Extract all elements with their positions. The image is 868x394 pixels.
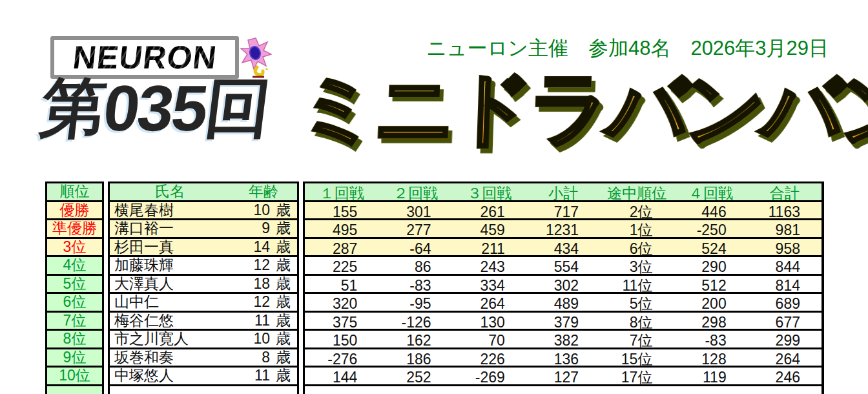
- rank-cell: 4位: [45, 257, 104, 276]
- header-name-age: 氏名 年齢: [108, 181, 299, 202]
- scores-cell: 287-642114346位524958: [303, 239, 824, 258]
- round4-cell: 119: [674, 369, 747, 386]
- header-round4: ４回戦: [674, 183, 747, 203]
- round2-cell: 301: [378, 203, 452, 221]
- name-age-cell: 杉田一真14歳: [108, 239, 299, 258]
- total-cell: 677: [748, 314, 822, 331]
- rank-cell: 5位: [45, 276, 104, 295]
- round4-cell: 298: [674, 314, 747, 331]
- round2-cell: -83: [378, 277, 452, 295]
- total-cell: 299: [748, 332, 822, 349]
- subtotal-cell: 489: [526, 295, 600, 313]
- age-suffix: 歳: [276, 200, 291, 220]
- round3-cell: 211: [453, 240, 526, 258]
- age-value: 11: [254, 367, 270, 384]
- round3-cell: 261: [453, 203, 526, 221]
- round1-cell: 225: [305, 258, 378, 276]
- age-value: 12: [253, 293, 270, 311]
- table-body: 優勝横尾春樹10歳1553012617172位4461163準優勝溝口裕一9歳4…: [45, 202, 824, 394]
- mid-rank-cell: 11位: [600, 276, 674, 296]
- organizer-line: ニューロン主催 参加48名 2026年3月29日: [426, 37, 840, 59]
- scores-cell: 225862435543位290844: [303, 257, 824, 276]
- table-row: 準優勝溝口裕一9歳49527745912311位-250981: [45, 220, 824, 239]
- name-cell: 横尾春樹: [110, 200, 234, 220]
- scores-cell: [303, 386, 824, 394]
- table-row: 8位市之川寛人10歳150162703827位-83299: [45, 331, 824, 349]
- rank-cell: 3位: [45, 239, 104, 258]
- table-row: 5位大澤真人18歳51-8333430211位512814: [45, 276, 824, 295]
- total-cell: 1163: [748, 203, 822, 221]
- mid-rank-cell: 17位: [600, 368, 674, 388]
- age-cell: 10歳: [234, 200, 297, 220]
- round4-cell: 290: [674, 258, 747, 276]
- name-cell: 市之川寛人: [110, 329, 234, 349]
- name-cell: 山中仁: [110, 292, 234, 312]
- name-cell: 溝口裕一: [110, 218, 234, 238]
- results-page: NEURON 第035回 ニューロン主催 参加48名 2026年3月29日 ミニ…: [0, 0, 868, 394]
- mid-rank-cell: 5位: [600, 294, 674, 314]
- name-cell: 坂巻和奏: [110, 347, 234, 368]
- name-age-cell: [108, 386, 299, 394]
- table-row: 6位山中仁12歳320-952644895位200689: [45, 294, 824, 313]
- round4-cell: 128: [674, 351, 747, 368]
- age-cell: 14歳: [234, 237, 297, 257]
- round2-cell: 86: [378, 258, 452, 276]
- round3-cell: -269: [453, 369, 526, 386]
- round1-cell: 144: [305, 369, 378, 386]
- age-value: 10: [253, 202, 270, 219]
- age-suffix: 歳: [276, 255, 291, 275]
- rank-cell: 準優勝: [45, 220, 104, 239]
- header-round1: １回戦: [305, 183, 378, 203]
- name-cell: 中塚悠人: [110, 366, 234, 386]
- header-name-label: 氏名: [155, 181, 185, 202]
- table-row-partial: [45, 386, 824, 394]
- table-header-row: 順位 氏名 年齢 １回戦 ２回戦 ３回戦 小計 途中順位 ４回戦 合計: [45, 181, 824, 202]
- mid-rank-cell: 15位: [600, 349, 674, 369]
- name-age-cell: 大澤真人18歳: [108, 276, 299, 295]
- name-age-cell: 市之川寛人10歳: [108, 331, 299, 349]
- total-cell: 844: [748, 258, 822, 276]
- rank-cell: [45, 386, 104, 394]
- name-age-cell: 中塚悠人11歳: [108, 368, 299, 386]
- name-age-cell: 山中仁12歳: [108, 294, 299, 313]
- scores-cell: 320-952644895位200689: [303, 294, 824, 313]
- round4-cell: -83: [674, 332, 747, 349]
- round3-cell: 243: [453, 258, 526, 276]
- subtotal-cell: 717: [526, 203, 600, 221]
- age-cell: 10歳: [234, 329, 297, 349]
- age-cell: 8歳: [234, 347, 297, 368]
- round1-cell: 51: [305, 277, 378, 295]
- total-cell: 246: [748, 369, 822, 386]
- age-suffix: 歳: [276, 329, 291, 349]
- header-age-label: 年齢: [249, 181, 278, 202]
- scores-cell: 49527745912311位-250981: [303, 220, 824, 239]
- age-suffix: 歳: [276, 366, 291, 386]
- round2-cell: 252: [378, 369, 452, 386]
- round2-cell: 162: [378, 332, 452, 349]
- table-row: 優勝横尾春樹10歳1553012617172位4461163: [45, 202, 824, 221]
- scores-cell: -27618622613615位128264: [303, 349, 824, 368]
- scores-cell: 1553012617172位4461163: [303, 202, 824, 221]
- age-value: 12: [253, 256, 270, 274]
- mid-rank-cell: 6位: [600, 239, 674, 259]
- header-total: 合計: [748, 183, 822, 203]
- age-suffix: 歳: [276, 237, 291, 257]
- table-row: 10位中塚悠人11歳144252-26912717位119246: [45, 368, 824, 386]
- round2-cell: -126: [378, 314, 452, 331]
- rank-cell: 9位: [45, 349, 104, 368]
- mid-rank-cell: 7位: [600, 331, 674, 351]
- rank-cell: 7位: [45, 313, 104, 331]
- round1-cell: 287: [305, 240, 378, 258]
- subtotal-cell: 434: [526, 240, 600, 258]
- header-age: 年齢: [230, 181, 297, 202]
- mid-rank-cell: 2位: [600, 202, 674, 222]
- age-suffix: 歳: [276, 292, 291, 312]
- header-round2: ２回戦: [378, 183, 452, 203]
- age-suffix: 歳: [276, 274, 291, 294]
- age-cell: 12歳: [234, 255, 297, 275]
- round1-cell: 155: [305, 203, 378, 221]
- round3-cell: 70: [453, 332, 526, 349]
- total-cell: 264: [748, 351, 822, 368]
- name-cell: 加藤珠輝: [110, 255, 234, 275]
- rank-cell: 8位: [45, 331, 104, 349]
